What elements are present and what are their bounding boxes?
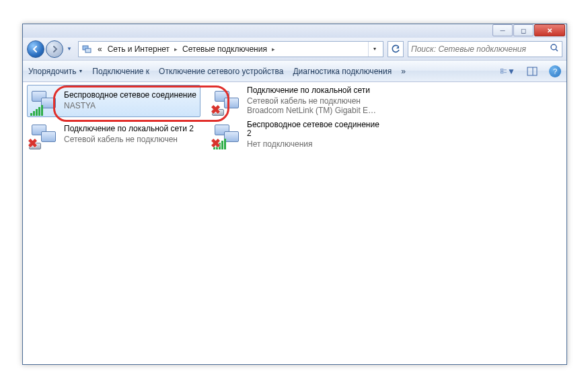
svg-point-2 <box>551 44 556 50</box>
disabled-x-icon: ✖ <box>28 136 38 151</box>
svg-rect-4 <box>501 69 503 70</box>
disabled-x-icon: ✖ <box>211 136 221 151</box>
disable-device-label: Отключение сетевого устройства <box>159 67 283 76</box>
connection-item[interactable]: Беспроводное сетевое соединениеNASTYA <box>27 85 200 117</box>
connection-title: Подключение по локальной сети <box>247 86 376 96</box>
view-mode-button[interactable]: ▼ <box>501 64 515 79</box>
maximize-button[interactable]: ◻ <box>513 24 534 36</box>
chevron-down-icon: ▼ <box>507 67 515 76</box>
connection-status: Нет подключения <box>247 139 380 149</box>
arrow-right-icon <box>50 45 59 53</box>
connection-text: Беспроводное сетевое соединениеNASTYA <box>64 91 196 110</box>
svg-rect-1 <box>85 48 91 53</box>
diagnose-label: Диагностика подключения <box>293 67 392 76</box>
refresh-icon <box>391 44 400 54</box>
connection-text: Подключение по локальной сетиСетевой каб… <box>247 86 376 116</box>
forward-button[interactable] <box>46 40 63 58</box>
explorer-window: ─ ◻ ✕ ▼ « Сеть и Интернет ▸ Сетевые подк… <box>22 24 567 365</box>
chevron-down-icon: ▼ <box>78 69 83 73</box>
nav-buttons: ▼ <box>27 40 74 58</box>
wifi-adapter-icon: ✖ <box>213 121 243 148</box>
connection-text: Подключение по локальной сети 2Сетевой к… <box>64 125 194 144</box>
minimize-button[interactable]: ─ <box>492 24 513 36</box>
signal-bars-icon <box>30 105 43 116</box>
overflow-chevron[interactable]: » <box>401 67 406 76</box>
wifi-adapter-icon <box>30 88 60 114</box>
connection-item[interactable]: ✖Беспроводное сетевое соединение 2Нет по… <box>210 118 383 151</box>
breadcrumb-seg-1[interactable]: Сеть и Интернет <box>105 42 172 57</box>
refresh-button[interactable] <box>388 41 404 57</box>
connection-status: Сетевой кабель не подключен <box>64 135 194 144</box>
command-bar: Упорядочить ▼ Подключение к Отключение с… <box>23 61 566 82</box>
connection-title: Беспроводное сетевое соединение <box>64 91 196 100</box>
connect-to-label: Подключение к <box>92 67 149 76</box>
help-button[interactable]: ? <box>549 65 561 77</box>
connection-device: Broadcom NetLink (TM) Gigabit E… <box>247 106 376 115</box>
connection-item[interactable]: ✖Подключение по локальной сетиСетевой ка… <box>210 85 383 117</box>
connection-title: Беспроводное сетевое соединение 2 <box>247 120 380 139</box>
breadcrumb-prefix[interactable]: « <box>95 42 105 57</box>
svg-line-3 <box>556 49 558 51</box>
address-row: ▼ « Сеть и Интернет ▸ Сетевые подключени… <box>23 38 566 61</box>
search-box[interactable] <box>408 41 562 57</box>
disable-device-button[interactable]: Отключение сетевого устройства <box>159 67 283 76</box>
arrow-left-icon <box>32 45 40 53</box>
connection-item[interactable]: ✖Подключение по локальной сети 2Сетевой … <box>27 118 200 151</box>
connection-status: NASTYA <box>64 101 196 110</box>
close-button[interactable]: ✕ <box>534 24 565 36</box>
breadcrumb-seg-2[interactable]: Сетевые подключения <box>180 42 270 57</box>
svg-rect-5 <box>501 71 503 73</box>
disabled-x-icon: ✖ <box>211 102 221 117</box>
chevron-right-icon[interactable]: ▸ <box>270 46 277 53</box>
connection-title: Подключение по локальной сети 2 <box>64 125 194 134</box>
breadcrumb[interactable]: « Сеть и Интернет ▸ Сетевые подключения … <box>78 41 383 57</box>
nav-history-dropdown[interactable]: ▼ <box>65 46 74 52</box>
connection-status: Сетевой кабель не подключен <box>247 96 376 106</box>
titlebar: ─ ◻ ✕ <box>23 24 566 38</box>
chevron-right-icon[interactable]: ▸ <box>172 46 180 53</box>
breadcrumb-dropdown[interactable]: ▾ <box>368 42 380 57</box>
connect-to-button[interactable]: Подключение к <box>92 67 149 76</box>
organize-label: Упорядочить <box>28 67 76 76</box>
connection-text: Беспроводное сетевое соединение 2Нет под… <box>247 120 380 149</box>
search-icon[interactable] <box>550 43 559 55</box>
search-input[interactable] <box>411 44 550 54</box>
lan-adapter-icon: ✖ <box>213 88 243 114</box>
lan-adapter-icon: ✖ <box>30 121 60 148</box>
organize-menu[interactable]: Упорядочить ▼ <box>28 67 83 76</box>
diagnose-button[interactable]: Диагностика подключения <box>293 67 392 76</box>
svg-rect-8 <box>527 67 537 75</box>
help-icon: ? <box>553 67 557 75</box>
preview-pane-button[interactable] <box>525 64 540 79</box>
network-location-icon <box>81 44 92 55</box>
connections-list[interactable]: Беспроводное сетевое соединениеNASTYA✖По… <box>23 82 566 364</box>
back-button[interactable] <box>27 40 44 58</box>
